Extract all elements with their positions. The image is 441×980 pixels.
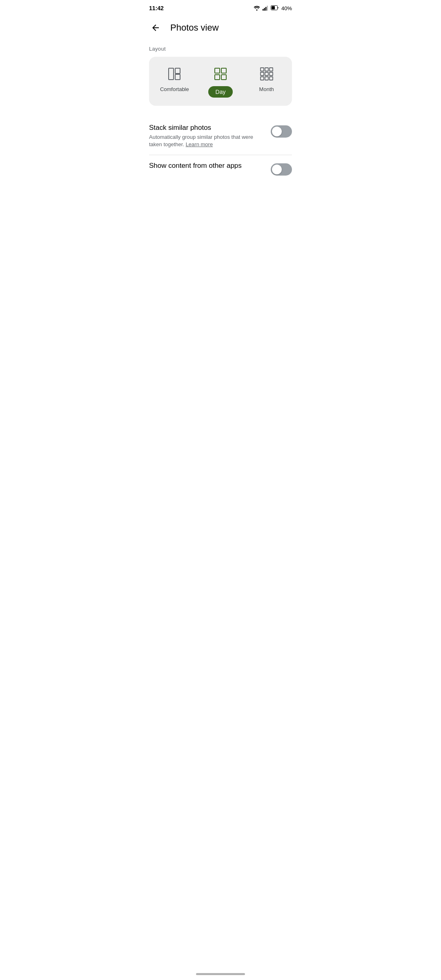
battery-percentage: 40% (281, 5, 292, 11)
stack-similar-photos-desc: Automatically group similar photos that … (149, 134, 264, 148)
svg-rect-22 (270, 77, 273, 80)
svg-rect-19 (270, 72, 273, 76)
month-icon (259, 67, 274, 81)
svg-rect-9 (175, 74, 180, 80)
svg-rect-15 (265, 68, 268, 71)
status-icons: 40% (254, 5, 292, 11)
comfortable-icon (167, 67, 182, 81)
svg-rect-12 (215, 75, 220, 80)
svg-rect-10 (215, 68, 220, 73)
layout-section-label: Layout (149, 46, 292, 52)
svg-rect-1 (263, 9, 264, 11)
back-button[interactable] (147, 20, 164, 36)
svg-rect-4 (267, 6, 268, 11)
status-bar: 11:42 40% (141, 0, 300, 15)
content: Layout Comfortable (141, 42, 300, 185)
svg-rect-8 (175, 68, 180, 74)
svg-rect-13 (221, 75, 226, 80)
svg-rect-11 (221, 68, 226, 73)
day-icon (213, 67, 228, 81)
svg-rect-14 (261, 68, 264, 71)
svg-rect-3 (265, 7, 267, 11)
layout-option-comfortable[interactable]: Comfortable (152, 60, 197, 102)
layout-section: Layout Comfortable (149, 46, 292, 106)
header: Photos view (141, 15, 300, 42)
wifi-icon (254, 6, 260, 11)
toggle-knob-2 (272, 165, 282, 174)
svg-rect-20 (261, 77, 264, 80)
layout-option-day[interactable]: Day (198, 60, 243, 102)
page-title: Photos view (170, 22, 219, 33)
svg-rect-7 (169, 68, 174, 80)
day-label: Day (208, 86, 233, 98)
svg-rect-2 (264, 8, 265, 11)
svg-point-0 (256, 9, 257, 11)
stack-photos-toggle[interactable] (271, 125, 292, 138)
svg-rect-16 (270, 68, 273, 71)
learn-more-link[interactable]: Learn more (186, 141, 213, 147)
layout-option-month[interactable]: Month (244, 60, 289, 102)
show-content-other-apps-row: Show content from other apps (149, 155, 292, 182)
signal-icon (263, 6, 268, 11)
layout-selector: Comfortable Day (149, 57, 292, 106)
month-label: Month (259, 86, 274, 92)
svg-rect-21 (265, 77, 268, 80)
stack-similar-photos-row: Stack similar photos Automatically group… (149, 117, 292, 155)
show-content-other-apps-title: Show content from other apps (149, 162, 264, 170)
stack-similar-photos-content: Stack similar photos Automatically group… (149, 124, 264, 148)
show-content-other-apps-content: Show content from other apps (149, 162, 264, 172)
svg-rect-6 (272, 6, 275, 9)
toggle-knob (272, 127, 282, 136)
svg-rect-18 (265, 72, 268, 76)
svg-rect-17 (261, 72, 264, 76)
show-content-toggle[interactable] (271, 163, 292, 176)
stack-similar-photos-title: Stack similar photos (149, 124, 264, 132)
battery-icon (271, 5, 279, 11)
status-time: 11:42 (149, 5, 164, 11)
back-arrow-icon (151, 23, 160, 33)
comfortable-label: Comfortable (160, 86, 189, 92)
